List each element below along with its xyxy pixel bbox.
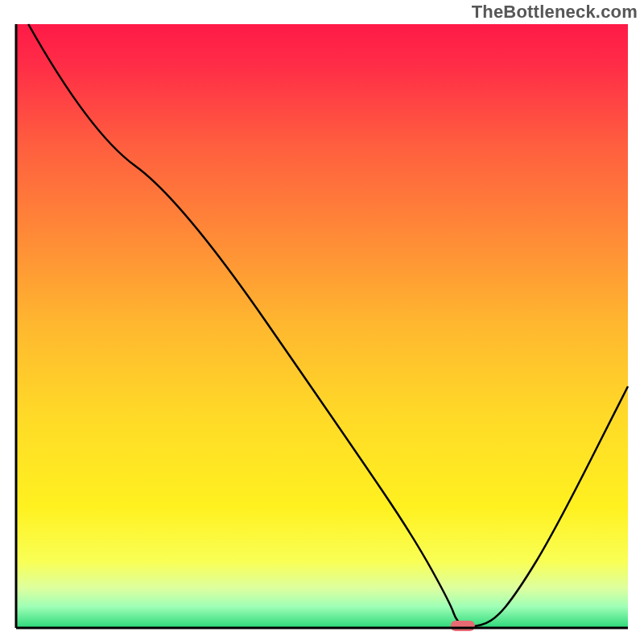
optimal-marker xyxy=(451,621,475,631)
bottleneck-chart xyxy=(0,0,644,644)
chart-canvas: TheBottleneck.com xyxy=(0,0,644,644)
heatmap-gradient xyxy=(16,24,628,628)
watermark-text: TheBottleneck.com xyxy=(472,2,638,23)
